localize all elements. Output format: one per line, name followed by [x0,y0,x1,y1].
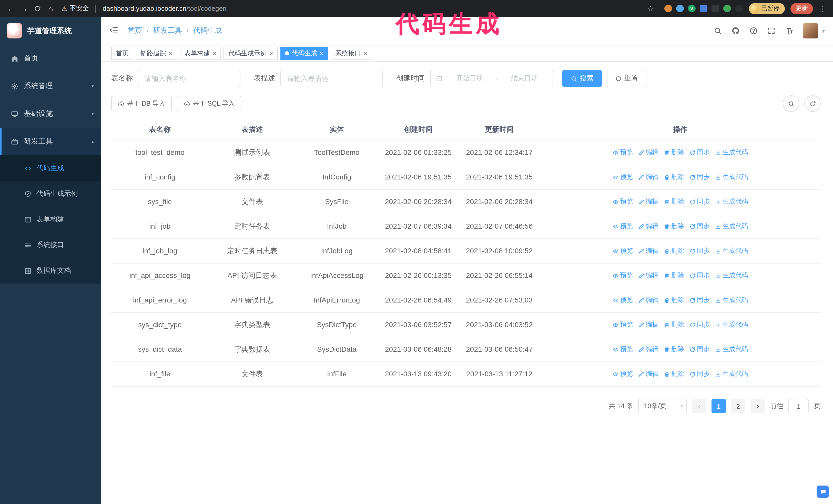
row-action-edit[interactable]: 编辑 [638,270,659,282]
row-action-generate[interactable]: 生成代码 [715,368,748,380]
help-icon[interactable] [749,26,758,35]
page-button-1[interactable]: 1 [712,399,726,413]
reset-button[interactable]: 重置 [607,70,646,87]
page-size-select[interactable]: 10条/页▾ [638,399,687,413]
back-icon[interactable]: ← [5,3,17,14]
url-bar[interactable]: dashboard.yudao.iocoder.cn/tool/codegen [103,5,641,12]
row-action-sync[interactable]: 同步 [689,220,710,232]
row-action-sync[interactable]: 同步 [689,147,710,159]
toggle-search-button[interactable] [783,95,799,112]
row-action-sync[interactable]: 同步 [689,294,710,306]
extension-leaf-icon[interactable] [723,5,731,12]
row-action-delete[interactable]: 删除 [664,245,684,257]
row-action-sync[interactable]: 同步 [689,319,710,331]
row-action-generate[interactable]: 生成代码 [715,196,748,208]
sidebar-item-home[interactable]: 首页 [0,45,101,72]
extension-dark-icon[interactable] [712,5,719,12]
row-action-generate[interactable]: 生成代码 [715,319,748,331]
row-action-preview[interactable]: 预览 [612,319,633,331]
row-action-preview[interactable]: 预览 [612,220,633,232]
extension-people-icon[interactable] [700,5,708,12]
row-action-delete[interactable]: 删除 [664,319,684,331]
tab-close-icon[interactable]: × [213,50,216,57]
browser-menu-icon[interactable]: ⋮ [816,3,828,14]
home-icon[interactable]: ⌂ [45,3,56,14]
row-action-edit[interactable]: 编辑 [638,368,659,380]
row-action-sync[interactable]: 同步 [689,368,710,380]
row-action-sync[interactable]: 同步 [689,196,710,208]
row-action-generate[interactable]: 生成代码 [715,343,748,355]
tab-close-icon[interactable]: × [169,50,172,57]
tab-form-builder[interactable]: 表单构建× [180,47,221,60]
row-action-preview[interactable]: 预览 [612,196,633,208]
extension-orange-icon[interactable] [664,5,672,12]
tab-close-icon[interactable]: × [320,50,324,57]
row-action-edit[interactable]: 编辑 [638,245,659,257]
sidebar-item-form-builder[interactable]: 表单构建 [0,207,101,232]
row-action-edit[interactable]: 编辑 [638,147,659,159]
sidebar-item-infra[interactable]: 基础设施▾ [0,100,101,128]
search-button[interactable]: 搜索 [562,70,602,87]
forward-icon[interactable]: → [19,3,30,14]
profile-paused-badge[interactable]: 已暂停 [749,3,785,14]
tab-system-api[interactable]: 系统接口× [331,47,372,60]
next-page-button[interactable]: › [751,399,765,413]
sidebar-item-system[interactable]: 系统管理▾ [0,72,101,100]
row-action-edit[interactable]: 编辑 [638,343,659,355]
row-action-generate[interactable]: 生成代码 [715,171,748,183]
search-icon[interactable] [713,26,722,35]
breadcrumb-item[interactable]: 研发工具 [153,26,182,35]
row-action-preview[interactable]: 预览 [612,368,633,380]
row-action-generate[interactable]: 生成代码 [715,294,748,306]
row-action-delete[interactable]: 删除 [664,368,684,380]
tab-close-icon[interactable]: × [269,50,273,57]
user-caret-icon[interactable]: ▾ [822,28,825,33]
sidebar-fold-icon[interactable] [109,26,119,36]
row-action-edit[interactable]: 编辑 [638,171,659,183]
sidebar-item-system-api[interactable]: 系统接口 [0,232,101,258]
table-desc-input[interactable] [280,70,383,87]
row-action-delete[interactable]: 删除 [664,220,684,232]
row-action-edit[interactable]: 编辑 [638,196,659,208]
row-action-preview[interactable]: 预览 [612,270,633,282]
fullscreen-icon[interactable] [767,26,776,35]
user-avatar[interactable] [803,23,818,39]
date-range-picker[interactable]: 开始日期 - 结束日期 [430,70,553,87]
tab-close-icon[interactable]: × [364,50,367,57]
goto-page-input[interactable] [788,399,809,413]
github-icon[interactable] [731,26,740,35]
tab-home[interactable]: 首页 [111,47,133,60]
table-name-input[interactable] [138,70,240,87]
row-action-preview[interactable]: 预览 [612,147,633,159]
row-action-sync[interactable]: 同步 [689,171,710,183]
app-logo[interactable]: 芋道管理系统 [0,17,101,45]
row-action-edit[interactable]: 编辑 [638,220,659,232]
bookmark-star-icon[interactable]: ☆ [645,3,656,14]
row-action-preview[interactable]: 预览 [612,294,633,306]
row-action-delete[interactable]: 删除 [664,343,684,355]
extension-green-check-icon[interactable]: V [688,5,696,12]
row-action-generate[interactable]: 生成代码 [715,245,748,257]
row-action-generate[interactable]: 生成代码 [715,270,748,282]
extension-blue-drop-icon[interactable] [676,5,684,12]
row-action-delete[interactable]: 删除 [664,171,684,183]
sidebar-item-db-doc[interactable]: 数据库文档 [0,258,101,284]
row-action-preview[interactable]: 预览 [612,171,633,183]
page-button-2[interactable]: 2 [731,399,745,413]
row-action-edit[interactable]: 编辑 [638,319,659,331]
row-action-generate[interactable]: 生成代码 [715,147,748,159]
font-size-icon[interactable] [785,26,794,35]
tab-trace[interactable]: 链路追踪× [136,47,177,60]
sidebar-item-codegen-example[interactable]: 代码生成示例 [0,181,101,207]
row-action-sync[interactable]: 同步 [689,270,710,282]
browser-update-button[interactable]: 更新 [790,3,813,14]
row-action-preview[interactable]: 预览 [612,245,633,257]
import-db-button[interactable]: 基于 DB 导入 [111,96,172,111]
import-sql-button[interactable]: 基于 SQL 导入 [177,96,241,111]
refresh-table-button[interactable] [804,95,821,112]
row-action-sync[interactable]: 同步 [689,245,710,257]
reload-icon[interactable] [32,3,43,14]
tab-codegen-example[interactable]: 代码生成示例× [223,47,278,60]
security-chip[interactable]: ⚠ 不安全 [62,4,89,13]
sidebar-item-codegen[interactable]: 代码生成 [0,155,101,181]
